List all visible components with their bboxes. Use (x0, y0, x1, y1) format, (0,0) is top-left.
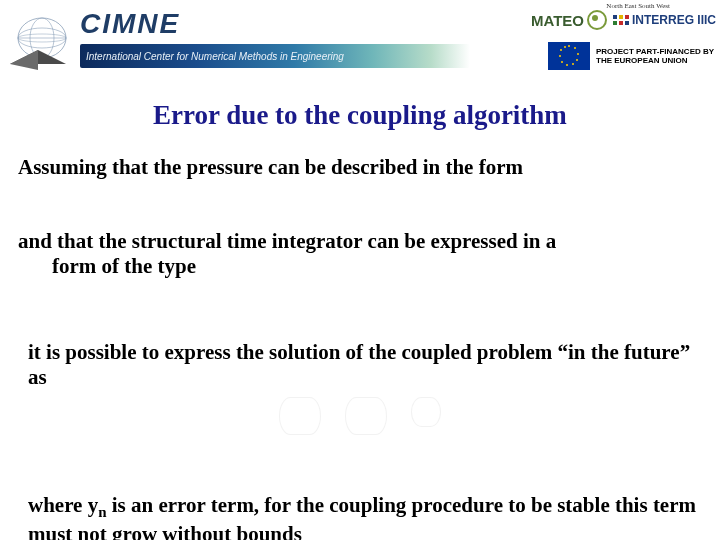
equation-placeholder (18, 397, 702, 435)
slide-header: CIMNE International Center for Numerical… (0, 0, 720, 82)
paragraph-1: Assuming that the pressure can be descri… (18, 155, 702, 181)
cimne-gradient-bar: International Center for Numerical Metho… (80, 44, 470, 68)
cimne-subtitle: International Center for Numerical Metho… (86, 51, 344, 62)
cimne-logo-block: CIMNE International Center for Numerical… (0, 0, 474, 82)
paragraph-4-pre: where y (28, 493, 98, 517)
partner-logos: North East South West MATEO INTERREG III… (476, 2, 716, 80)
cimne-title: CIMNE (80, 8, 460, 40)
interreg-superscript: North East South West (606, 2, 670, 10)
paragraph-3: it is possible to express the solution o… (18, 340, 702, 391)
interreg-logo: INTERREG IIIC (613, 13, 716, 27)
paragraph-4: where yn is an error term, for the coupl… (18, 493, 702, 540)
paragraph-4-subscript: n (98, 504, 106, 520)
paragraph-2: and that the structural time integrator … (18, 229, 702, 280)
paragraph-4-post: is an error term, for the coupling proce… (28, 493, 696, 540)
paren-icon (279, 397, 321, 435)
paren-icon (345, 397, 387, 435)
paragraph-2-line1: and that the structural time integrator … (18, 229, 556, 253)
mateo-label: MATEO (531, 12, 584, 29)
eu-cofinance-text: PROJECT PART-FINANCED BY THE EUROPEAN UN… (596, 47, 716, 65)
eu-flag-icon (548, 42, 590, 70)
cimne-globe-icon (4, 10, 72, 72)
slide-body: Assuming that the pressure can be descri… (0, 155, 720, 540)
paren-icon (411, 397, 441, 427)
mateo-circle-icon (587, 10, 607, 30)
mateo-logo: MATEO (531, 10, 607, 30)
paragraph-2-line2: form of the type (18, 254, 702, 280)
interreg-dots-icon (613, 15, 629, 25)
slide-title: Error due to the coupling algorithm (0, 100, 720, 131)
interreg-label: INTERREG IIIC (632, 13, 716, 27)
